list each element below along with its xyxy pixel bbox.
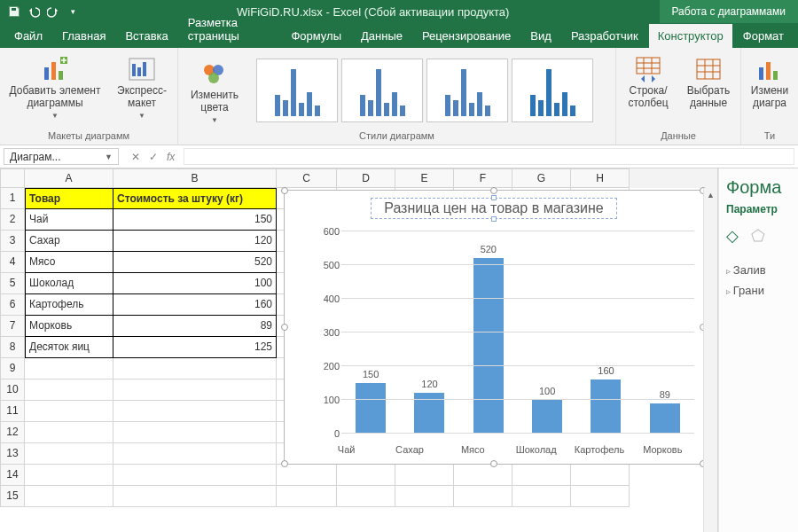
cell-B10[interactable] <box>113 379 277 401</box>
fx-icon[interactable]: fx <box>167 151 175 163</box>
resize-handle[interactable] <box>491 195 497 200</box>
cell-A15[interactable] <box>25 486 113 507</box>
cell-G14[interactable] <box>512 465 571 486</box>
tab-file[interactable]: Файл <box>5 24 51 48</box>
cell-A7[interactable]: Морковь <box>25 316 113 337</box>
cell-A8[interactable]: Десяток яиц <box>25 337 113 358</box>
cell-D14[interactable] <box>337 465 395 486</box>
chevron-down-icon[interactable]: ▼ <box>105 153 113 161</box>
row-header[interactable]: 9 <box>0 358 25 379</box>
tab-format[interactable]: Формат <box>734 24 793 48</box>
row-header[interactable]: 5 <box>0 273 25 294</box>
bar-Картофель[interactable]: 160 <box>576 231 635 434</box>
chart-style-3[interactable] <box>426 59 508 122</box>
column-header-C[interactable]: C <box>277 168 337 188</box>
cell-B1[interactable]: Стоимость за штуку (кг) <box>113 188 277 209</box>
cell-H15[interactable] <box>571 486 630 507</box>
select-data-button[interactable]: Выбрать данные <box>682 51 735 110</box>
row-header[interactable]: 11 <box>0 401 25 422</box>
chart-styles-gallery[interactable] <box>253 55 597 126</box>
column-header-B[interactable]: B <box>113 168 277 188</box>
cell-C14[interactable] <box>277 465 337 486</box>
column-header-H[interactable]: H <box>571 168 630 188</box>
cell-F15[interactable] <box>454 486 512 507</box>
tab-insert[interactable]: Вставка <box>116 24 176 48</box>
row-header[interactable]: 2 <box>0 209 25 231</box>
tab-formulas[interactable]: Формулы <box>282 24 350 48</box>
cell-C15[interactable] <box>277 486 337 507</box>
bar-Мясо[interactable]: 520 <box>459 231 518 434</box>
bar-rect[interactable] <box>591 379 621 434</box>
change-colors-button[interactable]: Изменить цвета ▼ <box>184 56 246 124</box>
cell-B6[interactable]: 160 <box>113 294 277 316</box>
cell-B13[interactable] <box>113 443 277 465</box>
bar-Шоколад[interactable]: 100 <box>518 231 576 434</box>
column-header-A[interactable]: A <box>25 168 113 188</box>
row-header[interactable]: 12 <box>0 422 25 443</box>
row-header[interactable]: 6 <box>0 294 25 316</box>
cell-A12[interactable] <box>25 422 113 443</box>
cell-B7[interactable]: 89 <box>113 316 277 337</box>
bar-Сахар[interactable]: 120 <box>400 231 458 434</box>
tab-design[interactable]: Конструктор <box>649 24 732 48</box>
column-header-G[interactable]: G <box>512 168 571 188</box>
resize-handle[interactable] <box>491 216 497 222</box>
column-header-F[interactable]: F <box>454 168 512 188</box>
cancel-icon[interactable]: ✕ <box>131 151 140 163</box>
undo-icon[interactable] <box>27 4 41 19</box>
scroll-up-icon[interactable]: ▲ <box>704 188 717 202</box>
row-header[interactable]: 13 <box>0 443 25 465</box>
cell-B2[interactable]: 150 <box>113 209 277 231</box>
resize-handle[interactable] <box>281 324 288 331</box>
y-axis[interactable]: 0100200300400500600 <box>315 231 341 434</box>
cell-E15[interactable] <box>395 486 454 507</box>
section-fill[interactable]: Залив <box>726 260 798 280</box>
cell-H14[interactable] <box>571 465 630 486</box>
embedded-chart[interactable]: Разница цен на товар в магазине 01002003… <box>284 190 704 465</box>
tab-data[interactable]: Данные <box>352 24 411 48</box>
resize-handle[interactable] <box>281 460 288 467</box>
cell-B3[interactable]: 120 <box>113 231 277 252</box>
cell-B5[interactable]: 100 <box>113 273 277 294</box>
column-header-E[interactable]: E <box>395 168 454 188</box>
row-header[interactable]: 8 <box>0 337 25 358</box>
select-all-corner[interactable] <box>0 168 25 188</box>
chart-style-1[interactable] <box>256 59 338 122</box>
tab-developer[interactable]: Разработчик <box>562 24 647 48</box>
plot-area[interactable]: 0100200300400500600 15012052010016089 <box>315 231 694 434</box>
cell-E14[interactable] <box>395 465 454 486</box>
bar-rect[interactable] <box>650 403 680 434</box>
bar-rect[interactable] <box>532 400 562 434</box>
bar-Чай[interactable]: 150 <box>341 231 400 434</box>
row-header[interactable]: 10 <box>0 379 25 401</box>
x-axis[interactable]: ЧайСахарМясоШоколадКартофельМорковь <box>315 444 694 455</box>
cell-A10[interactable] <box>25 379 113 401</box>
resize-handle[interactable] <box>281 187 288 194</box>
cell-A13[interactable] <box>25 443 113 465</box>
tab-review[interactable]: Рецензирование <box>413 24 520 48</box>
cell-A2[interactable]: Чай <box>25 209 113 231</box>
cell-B4[interactable]: 520 <box>113 252 277 273</box>
tab-home[interactable]: Главная <box>53 24 114 48</box>
enter-icon[interactable]: ✓ <box>149 151 158 163</box>
cell-B9[interactable] <box>113 358 277 379</box>
cell-A1[interactable]: Товар <box>25 188 113 209</box>
redo-icon[interactable] <box>46 4 60 19</box>
resize-handle[interactable] <box>490 460 497 467</box>
row-header[interactable]: 1 <box>0 188 25 209</box>
cell-A3[interactable]: Сахар <box>25 231 113 252</box>
cell-D15[interactable] <box>337 486 395 507</box>
vertical-scrollbar[interactable]: ▲ <box>703 188 717 532</box>
bar-rect[interactable] <box>356 383 386 434</box>
quick-layout-button[interactable]: Экспресс-макет ▼ <box>112 51 172 120</box>
row-header[interactable]: 4 <box>0 252 25 273</box>
cell-G15[interactable] <box>512 486 571 507</box>
cell-B11[interactable] <box>113 401 277 422</box>
cell-A9[interactable] <box>25 358 113 379</box>
bar-Морковь[interactable]: 89 <box>636 231 694 434</box>
cell-F14[interactable] <box>454 465 512 486</box>
resize-handle[interactable] <box>490 187 497 194</box>
cell-B14[interactable] <box>113 465 277 486</box>
cell-A6[interactable]: Картофель <box>25 294 113 316</box>
row-header[interactable]: 7 <box>0 316 25 337</box>
